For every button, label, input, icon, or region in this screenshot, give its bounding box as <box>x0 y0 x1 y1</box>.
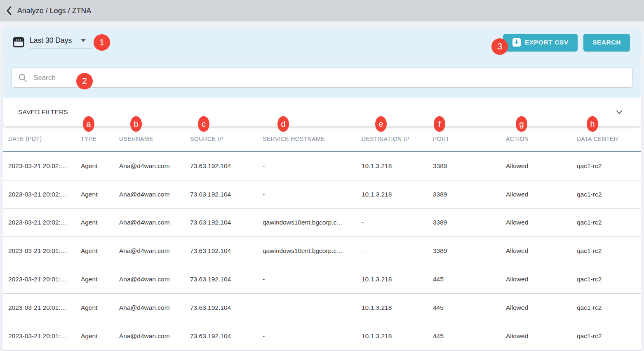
cell-action: Allowed <box>506 247 577 255</box>
cell-destination-ip: - <box>362 247 433 255</box>
annotation-badge-e: e <box>375 116 387 132</box>
table-row[interactable]: 2023-03-21 20:01:… Agent Ana@d4wan.com 7… <box>3 322 641 351</box>
cell-service-hostname: - <box>263 304 362 311</box>
annotation-badge-b: b <box>130 116 142 132</box>
export-csv-label: EXPORT CSV <box>525 39 569 46</box>
search-box[interactable] <box>11 68 633 88</box>
annotation-badge-d: d <box>277 116 289 132</box>
col-header-destination-ip[interactable]: DESTINATION IP <box>362 136 433 142</box>
annotation-badge-h: h <box>587 116 598 132</box>
cell-username: Ana@d4wan.com <box>119 219 190 226</box>
logs-table: DATE (PDT) TYPE USERNAME SOURCE IP SERVI… <box>3 126 641 351</box>
cell-source-ip: 73.63.192.104 <box>190 162 263 170</box>
cell-destination-ip: - <box>362 219 433 226</box>
cell-destination-ip: 10.1.3.218 <box>362 162 433 170</box>
table-row[interactable]: 2023-03-21 20:01:… Agent Ana@d4wan.com 7… <box>3 237 641 265</box>
chevron-down-icon[interactable] <box>614 107 624 117</box>
date-range-field[interactable]: Last 30 Days <box>30 36 92 49</box>
cell-date: 2023-03-21 20:02:… <box>8 162 81 170</box>
table-row[interactable]: 2023-03-21 20:01:… Agent Ana@d4wan.com 7… <box>3 294 641 322</box>
cell-source-ip: 73.63.192.104 <box>190 276 263 283</box>
cell-username: Ana@d4wan.com <box>119 332 190 340</box>
date-range-value: Last 30 Days <box>30 36 72 45</box>
cell-port: 3389 <box>433 219 506 226</box>
cell-date: 2023-03-21 20:01:… <box>8 247 81 255</box>
date-range-select[interactable]: Last 30 Days <box>12 36 92 49</box>
col-header-date[interactable]: DATE (PDT) <box>8 136 81 142</box>
toolbar-buttons: EXPORT CSV SEARCH <box>503 34 630 51</box>
cell-data-center: qac1-rc2 <box>577 191 641 198</box>
cell-action: Allowed <box>506 191 577 198</box>
cell-source-ip: 73.63.192.104 <box>190 191 263 198</box>
cell-type: Agent <box>81 191 119 198</box>
cell-destination-ip: 10.1.3.218 <box>362 304 433 311</box>
col-header-source-ip[interactable]: SOURCE IP <box>190 136 263 142</box>
col-header-username[interactable]: USERNAME <box>119 136 190 142</box>
cell-destination-ip: 10.1.3.218 <box>362 191 433 198</box>
search-button[interactable]: SEARCH <box>583 34 630 51</box>
cell-type: Agent <box>81 332 119 340</box>
cell-username: Ana@d4wan.com <box>119 191 190 198</box>
ztna-logs-page: Analyze / Logs / ZTNA Last 30 Days <box>0 0 644 351</box>
annotation-badge-c: c <box>198 116 209 132</box>
cell-source-ip: 73.63.192.104 <box>190 332 263 340</box>
back-chevron-icon[interactable] <box>4 5 15 16</box>
cell-destination-ip: 10.1.3.218 <box>362 276 433 283</box>
cell-data-center: qac1-rc2 <box>577 304 641 311</box>
cell-service-hostname: - <box>263 332 362 340</box>
cell-service-hostname: qawindows10ent.bgcorp.c… <box>263 247 362 255</box>
cell-source-ip: 73.63.192.104 <box>190 219 263 226</box>
col-header-service-hostname[interactable]: SERVICE HOSTNAME <box>263 136 362 142</box>
cell-action: Allowed <box>506 276 577 283</box>
cell-destination-ip: 10.1.3.218 <box>362 332 433 340</box>
col-header-data-center[interactable]: DATA CENTER <box>577 136 641 142</box>
cell-data-center: qac1-rc2 <box>577 219 641 226</box>
cell-date: 2023-03-21 20:01:… <box>8 304 81 311</box>
cell-type: Agent <box>81 276 119 283</box>
cell-service-hostname: qawindows10ent.bgcorp.c… <box>263 219 362 226</box>
table-row[interactable]: 2023-03-21 20:02:… Agent Ana@d4wan.com 7… <box>3 209 641 237</box>
search-input[interactable] <box>33 74 626 82</box>
cell-username: Ana@d4wan.com <box>119 276 190 283</box>
search-button-label: SEARCH <box>592 39 621 46</box>
cell-data-center: qac1-rc2 <box>577 162 641 170</box>
cell-service-hostname: - <box>263 276 362 283</box>
saved-filters-panel[interactable]: SAVED FILTERS <box>3 98 641 126</box>
cell-username: Ana@d4wan.com <box>119 247 190 255</box>
annotation-badge-g: g <box>516 116 527 132</box>
table-row[interactable]: 2023-03-21 20:02:… Agent Ana@d4wan.com 7… <box>3 180 641 209</box>
annotation-badge-3: 3 <box>491 38 508 55</box>
cell-source-ip: 73.63.192.104 <box>190 304 263 311</box>
cell-port: 445 <box>433 332 506 340</box>
table-header-row: DATE (PDT) TYPE USERNAME SOURCE IP SERVI… <box>3 126 641 152</box>
cell-data-center: qac1-rc2 <box>577 247 641 255</box>
search-icon <box>18 73 27 82</box>
table-row[interactable]: 2023-03-21 20:01:… Agent Ana@d4wan.com 7… <box>3 265 641 294</box>
cell-action: Allowed <box>506 332 577 340</box>
col-header-port[interactable]: PORT <box>433 136 506 142</box>
cell-date: 2023-03-21 20:01:… <box>8 276 81 283</box>
annotation-badge-a: a <box>83 116 94 132</box>
logs-panel: SAVED FILTERS DATE (PDT) TYPE USERNAME S… <box>3 58 641 351</box>
saved-filters-label: SAVED FILTERS <box>18 108 68 116</box>
cell-date: 2023-03-21 20:02:… <box>8 191 81 198</box>
cell-type: Agent <box>81 247 119 255</box>
cell-source-ip: 73.63.192.104 <box>190 247 263 255</box>
col-header-type[interactable]: TYPE <box>81 136 119 142</box>
col-header-action[interactable]: ACTION <box>506 136 577 142</box>
cell-action: Allowed <box>506 304 577 311</box>
cell-type: Agent <box>81 304 119 311</box>
cell-port: 445 <box>433 304 506 311</box>
dropdown-caret-icon <box>81 39 86 42</box>
table-row[interactable]: 2023-03-21 20:02:… Agent Ana@d4wan.com 7… <box>3 152 641 180</box>
cell-data-center: qac1-rc2 <box>577 332 641 340</box>
annotation-badge-1: 1 <box>94 34 110 51</box>
cell-service-hostname: - <box>263 162 362 170</box>
export-csv-button[interactable]: EXPORT CSV <box>503 34 578 51</box>
cell-action: Allowed <box>506 219 577 226</box>
cell-type: Agent <box>81 162 119 170</box>
cell-service-hostname: - <box>263 191 362 198</box>
annotation-badge-2: 2 <box>76 73 93 89</box>
annotation-badge-f: f <box>434 116 445 132</box>
cell-port: 445 <box>433 276 506 283</box>
